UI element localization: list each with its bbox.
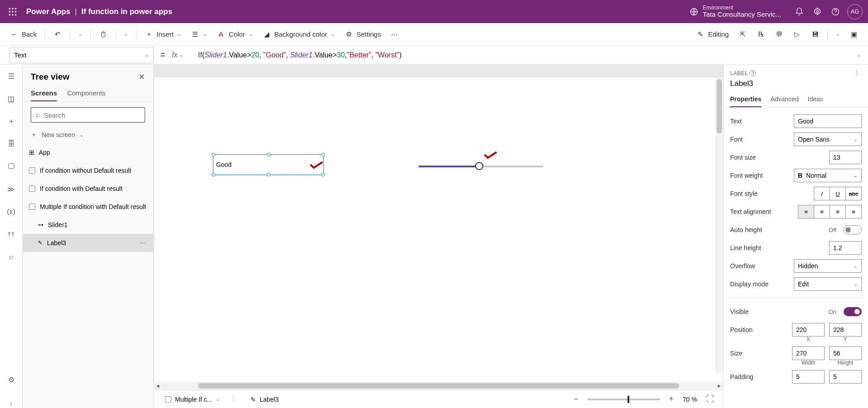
zoom-slider[interactable] [588, 399, 660, 400]
design-canvas[interactable]: Good [154, 77, 723, 382]
canvas-vertical-scrollbar[interactable] [715, 77, 723, 373]
slider-thumb[interactable] [475, 162, 483, 170]
scroll-left-icon[interactable]: ◄ [154, 383, 162, 389]
canvas-horizontal-scrollbar[interactable]: ◄ ► [154, 382, 723, 390]
padding-2-input[interactable]: 5 [829, 370, 862, 384]
hamburger-icon[interactable]: ☰ [5, 70, 17, 82]
tree-search[interactable]: ⌕ [31, 107, 145, 123]
flows-icon[interactable]: ≫ [5, 183, 17, 195]
prop-text-input[interactable]: Good [794, 114, 862, 128]
breadcrumb-control[interactable]: ✎ Label3 [245, 394, 283, 405]
tree-item-screen-2[interactable]: If condition with Default result [23, 180, 153, 198]
equals-label: = [154, 50, 172, 60]
tree-item-slider[interactable]: ⊶ Slider1 [23, 216, 153, 234]
zoom-in-button[interactable]: + [666, 394, 677, 404]
settings-button[interactable]: ⚙ Settings [340, 26, 385, 43]
svg-point-8 [15, 14, 16, 15]
share-button[interactable]: ⇱ [734, 26, 751, 43]
tree-search-input[interactable] [44, 111, 140, 119]
prop-fontsize-input[interactable]: 13 [829, 151, 862, 164]
scroll-right-icon[interactable]: ► [715, 383, 723, 389]
settings-rail-icon[interactable]: ⚙ [5, 374, 17, 385]
align-center-button[interactable]: ≡ [814, 205, 830, 218]
search-rail-icon[interactable]: ⌕ [5, 251, 17, 263]
tools-icon[interactable]: ⫯⫯ [5, 228, 17, 240]
breadcrumb-screen[interactable]: Multiple If c... ⌄ [160, 394, 225, 405]
size-width-input[interactable]: 270 [792, 346, 825, 360]
bgcolor-button[interactable]: ◢ Background color ⌄ [258, 26, 340, 43]
insert-rail-icon[interactable]: ＋ [5, 115, 17, 127]
waffle-icon[interactable] [5, 5, 20, 19]
collapse-panel-icon[interactable]: 〉 [855, 69, 862, 77]
more-icon[interactable]: ⋯ [140, 239, 147, 247]
more-button[interactable]: ⋯ [387, 26, 402, 43]
prop-overflow-select[interactable]: Hidden⌄ [794, 259, 862, 273]
align-justify-button[interactable]: ≡ [845, 205, 862, 218]
tab-properties[interactable]: Properties [730, 92, 761, 107]
insert-button[interactable]: ＋ Insert ⌄ [140, 26, 186, 43]
close-icon[interactable]: ✕ [138, 72, 145, 82]
tab-screens[interactable]: Screens [31, 85, 57, 101]
checker-button[interactable]: ℞ [752, 26, 769, 43]
control-name[interactable]: Label3 [724, 79, 868, 92]
tree-item-screen-1[interactable]: If condition without Default result [23, 161, 153, 180]
save-button[interactable]: 💾︎ [807, 26, 824, 43]
help-icon[interactable] [826, 3, 844, 21]
strikethrough-button[interactable]: abc [845, 187, 862, 200]
underline-button[interactable]: U [830, 187, 846, 200]
zoom-out-button[interactable]: − [571, 394, 581, 404]
autoheight-toggle[interactable] [844, 225, 862, 234]
prop-font-select[interactable]: Open Sans⌄ [794, 133, 862, 146]
prop-lineheight-input[interactable]: 1.2 [829, 241, 862, 255]
environment-picker[interactable]: Environment Tata Consultancy Servic... [689, 5, 781, 19]
settings-gear-icon[interactable] [808, 3, 826, 21]
tab-ideas[interactable]: Ideas [808, 92, 823, 107]
property-selector[interactable]: Text ⌄ [9, 47, 154, 63]
color-button[interactable]: A Color ⌄ [212, 26, 257, 43]
formula-expand-button[interactable]: ⌄ [850, 52, 868, 58]
tab-advanced[interactable]: Advanced [770, 92, 798, 107]
position-x-input[interactable]: 220 [792, 323, 825, 337]
tree-item-screen-3[interactable]: Multiple If condition with Default resul… [23, 198, 153, 216]
align-left-button[interactable]: ≡ [798, 205, 814, 218]
new-screen-button[interactable]: ＋ New screen ⌄ [23, 128, 153, 143]
tree-view-icon[interactable]: ◫ [5, 93, 17, 104]
prop-fontweight-select[interactable]: B Normal⌄ [794, 169, 862, 182]
user-avatar[interactable]: AG [847, 4, 863, 19]
info-icon[interactable]: ? [750, 70, 756, 76]
media-icon[interactable]: 🖵 [5, 161, 17, 172]
paste-dropdown[interactable]: ⌄ [119, 26, 132, 43]
paste-button[interactable]: 📋︎ [94, 26, 112, 43]
list-button[interactable]: ☰⌄ [187, 26, 212, 43]
formula-input[interactable]: If(Slider1.Value>20, "Good", Slider1.Val… [194, 49, 850, 61]
position-y-input[interactable]: 228 [829, 323, 862, 337]
undo-dropdown[interactable]: ⌄ [74, 26, 87, 43]
app-name[interactable]: Power Apps [26, 7, 71, 16]
editing-button[interactable]: ✎ Editing [692, 26, 733, 43]
visible-toggle[interactable] [844, 307, 862, 316]
fx-label[interactable]: fx ⌄ [172, 51, 194, 59]
selected-label-control[interactable]: Good [213, 154, 324, 175]
back-button[interactable]: ← Back [5, 26, 41, 43]
align-right-button[interactable]: ≡ [830, 205, 846, 218]
notifications-icon[interactable] [790, 3, 808, 21]
play-button[interactable]: ▷ [788, 26, 806, 43]
file-title[interactable]: If function in power apps [81, 7, 172, 16]
italic-button[interactable]: I [814, 187, 830, 200]
publish-button[interactable]: ▣ [845, 26, 863, 43]
plus-icon: ＋ [145, 30, 153, 38]
tree-item-app[interactable]: ⊞ App [23, 143, 153, 161]
padding-1-input[interactable]: 5 [792, 370, 825, 384]
size-height-input[interactable]: 56 [829, 346, 862, 360]
data-icon[interactable]: 🗄︎ [5, 138, 17, 150]
save-dropdown[interactable]: ⌄ [831, 26, 844, 43]
chevron-down-icon: ⌄ [216, 396, 220, 402]
fit-screen-icon[interactable]: ⛶ [703, 394, 717, 404]
tab-components[interactable]: Components [67, 85, 105, 101]
comments-button[interactable]: 💬︎ [770, 26, 788, 43]
tree-item-label[interactable]: ✎ Label3 ⋯ [23, 234, 153, 252]
undo-button[interactable]: ↶ [49, 26, 66, 43]
prop-display-select[interactable]: Edit⌄ [794, 277, 862, 291]
virtual-agent-icon[interactable]: ⍚ [5, 396, 17, 408]
variables-icon[interactable]: (x) [5, 206, 17, 218]
